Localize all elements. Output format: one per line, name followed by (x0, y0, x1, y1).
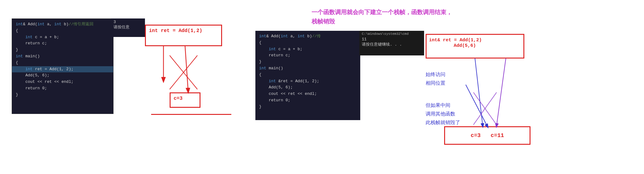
svg-line-9 (475, 59, 483, 126)
right-code-line-4: return c; (259, 52, 357, 59)
code-line-11: return 0; (16, 85, 109, 92)
code-line-5: } (16, 47, 109, 53)
right-diagram-arrows-svg (426, 31, 635, 166)
code-line-12: } (16, 92, 109, 98)
right-code-panel: int& Add(int a, int b)//传 { int c = a + … (255, 31, 360, 120)
svg-line-8 (497, 59, 506, 126)
terminal-left-line1: 3 (114, 20, 116, 24)
code-line-3: int c = a + b; (16, 34, 109, 41)
code-line-4: return c; (16, 40, 109, 47)
diagram-arrows-svg (139, 18, 241, 123)
right-code-line-8: int &ret = Add(1, 2); (259, 78, 357, 85)
code-line-1: int& Add(int a, int b)//传引用返回 (16, 21, 109, 28)
right-code-line-11: return 0; (259, 97, 357, 104)
right-diagram-area: int& ret = Add(1,2) Add(5,6) c=3 c=11 始终… (426, 31, 635, 166)
left-code-panel: int& Add(int a, int b)//传引用返回 { int c = … (12, 18, 114, 114)
annotation-line1: 一个函数调用就会向下建立一个栈帧，函数调用结束， (312, 9, 452, 15)
top-annotation: 一个函数调用就会向下建立一个栈帧，函数调用结束， 栈帧销毁 (312, 8, 452, 26)
top-annotation-text: 一个函数调用就会向下建立一个栈帧，函数调用结束， 栈帧销毁 (312, 8, 452, 26)
code-line-2: { (16, 28, 109, 34)
right-code-line-9: Add(5, 6); (259, 84, 357, 91)
code-line-10: cout << ret << endl; (16, 79, 109, 85)
right-code-line-7: { (259, 72, 357, 78)
right-code-line-2: { (259, 40, 357, 46)
terminal-left-line2: 请按任意 (114, 25, 130, 30)
annotation-line2: 栈帧销毁 (312, 18, 335, 25)
terminal-right-title: C:\Windows\system32\cmd (362, 32, 422, 36)
code-line-8: int ret = Add(1, 2); (12, 66, 113, 73)
code-line-6: int main() (16, 53, 109, 60)
right-code-line-10: cout << ret << endl; (259, 91, 357, 97)
terminal-right-line2: 请按任意键继续. . . (362, 42, 402, 47)
terminal-right-line1: 11 (362, 37, 367, 42)
right-code-line-6: int main() (259, 65, 357, 72)
code-line-9: Add(5, 6); (16, 72, 109, 79)
terminal-right: C:\Windows\system32\cmd 11 请按任意键继续. . . (359, 31, 424, 55)
right-code-line-1: int& Add(int a, int b)//传 (259, 33, 357, 40)
right-code-line-5: } (259, 59, 357, 65)
right-code-line-12: } (259, 104, 357, 110)
code-line-7: { (16, 60, 109, 66)
right-code-line-3: int c = a + b; (259, 46, 357, 53)
diagram-middle: int ret = Add(1,2) c=3 (139, 18, 241, 123)
